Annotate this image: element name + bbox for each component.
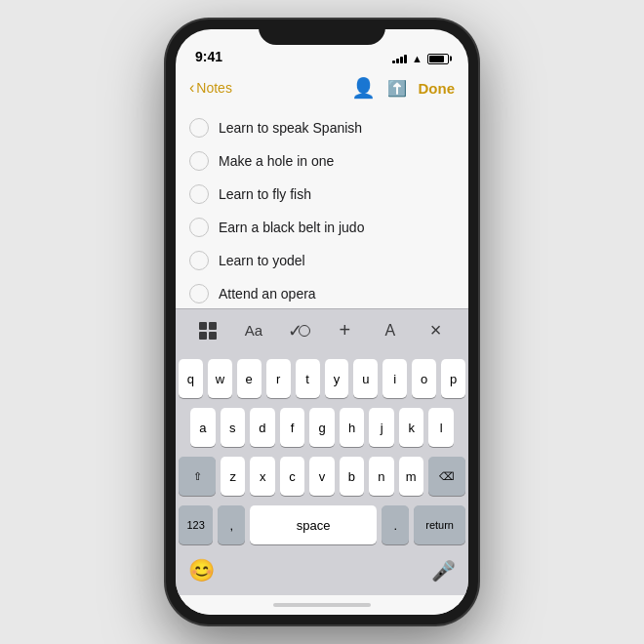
key-x[interactable]: x	[250, 457, 274, 496]
checklist-content: Learn to speak Spanish Make a hole in on…	[176, 107, 468, 308]
key-d[interactable]: d	[250, 408, 275, 447]
keyboard-row-3: ⇧ z x c v b n m ⌫	[179, 457, 465, 496]
key-y[interactable]: y	[325, 359, 349, 398]
keyboard-row-4: 123 , space . return	[179, 505, 465, 544]
screen: 9:41 ▲ ‹ Notes 👤	[176, 29, 468, 615]
home-bar	[273, 603, 371, 607]
item-text: Earn a black belt in judo	[219, 219, 364, 236]
status-icons: ▲	[392, 53, 449, 64]
add-button[interactable]: +	[329, 315, 360, 346]
share-icon[interactable]: ⬆️	[387, 79, 407, 98]
key-b[interactable]: b	[340, 457, 364, 496]
list-item[interactable]: Learn to speak Spanish	[176, 111, 468, 144]
list-item[interactable]: Learn to fly fish	[176, 178, 468, 211]
numbers-label: 123	[186, 519, 204, 531]
done-button[interactable]: Done	[419, 80, 456, 97]
checkbox[interactable]	[189, 118, 209, 138]
key-m[interactable]: m	[399, 457, 423, 496]
grid-button[interactable]	[192, 315, 223, 346]
formatting-toolbar: Aa ✓ + A ×	[176, 308, 468, 351]
status-time: 9:41	[195, 49, 222, 64]
key-u[interactable]: u	[353, 359, 378, 398]
back-chevron-icon: ‹	[189, 79, 194, 97]
shift-key[interactable]: ⇧	[179, 457, 216, 496]
checkbox[interactable]	[189, 151, 209, 171]
mic-button[interactable]: 🎤	[431, 559, 456, 583]
grid-icon	[199, 322, 217, 340]
checkbox[interactable]	[189, 284, 209, 303]
item-text: Learn to speak Spanish	[219, 119, 362, 137]
signal-icon	[392, 55, 407, 63]
key-q[interactable]: q	[179, 359, 203, 398]
list-item[interactable]: Earn a black belt in judo	[176, 211, 468, 244]
back-button[interactable]: ‹ Notes	[189, 80, 232, 97]
checklist-button[interactable]: ✓	[284, 315, 315, 346]
key-o[interactable]: o	[412, 359, 436, 398]
markup-button[interactable]: A	[375, 315, 406, 346]
period-key[interactable]: .	[382, 505, 409, 544]
key-k[interactable]: k	[399, 408, 424, 447]
list-item[interactable]: Make a hole in one	[176, 144, 468, 178]
item-text: Learn to yodel	[219, 252, 305, 269]
key-v[interactable]: v	[309, 457, 334, 496]
close-icon: ×	[430, 319, 442, 342]
plus-icon: +	[339, 319, 350, 342]
return-label: return	[425, 519, 454, 531]
return-key[interactable]: return	[414, 505, 465, 544]
key-h[interactable]: h	[340, 408, 365, 447]
key-i[interactable]: i	[382, 359, 407, 398]
space-key[interactable]: space	[250, 505, 377, 544]
notch	[259, 20, 385, 45]
key-j[interactable]: j	[369, 408, 394, 447]
item-text: Learn to fly fish	[219, 185, 311, 203]
checkbox[interactable]	[189, 218, 209, 237]
item-text: Attend an opera	[219, 285, 316, 302]
keyboard-row-1: q w e r t y u i o p	[179, 359, 465, 398]
key-w[interactable]: w	[208, 359, 232, 398]
markup-icon: A	[385, 322, 396, 340]
key-g[interactable]: g	[309, 408, 335, 447]
battery-icon	[427, 54, 449, 64]
delete-key[interactable]: ⌫	[428, 457, 465, 496]
checkbox[interactable]	[189, 251, 209, 270]
emoji-button[interactable]: 😊	[188, 558, 215, 584]
nav-bar: ‹ Notes 👤 ⬆️ Done	[176, 68, 468, 107]
wifi-icon: ▲	[412, 53, 423, 64]
numbers-key[interactable]: 123	[179, 505, 213, 544]
person-badge-icon[interactable]: 👤	[351, 76, 376, 100]
home-indicator	[176, 595, 468, 615]
phone-frame: 9:41 ▲ ‹ Notes 👤	[166, 20, 478, 624]
keyboard-bottom: 😊 🎤	[179, 554, 465, 591]
item-text: Make a hole in one	[219, 152, 334, 170]
font-icon: Aa	[245, 322, 262, 339]
key-z[interactable]: z	[221, 457, 245, 496]
comma-key[interactable]: ,	[218, 505, 245, 544]
key-n[interactable]: n	[369, 457, 393, 496]
key-p[interactable]: p	[441, 359, 465, 398]
key-e[interactable]: e	[237, 359, 262, 398]
list-item[interactable]: Learn to yodel	[176, 244, 468, 277]
keyboard: q w e r t y u i o p a s d f g h j k	[176, 351, 468, 595]
space-label: space	[297, 518, 331, 533]
list-item[interactable]: Attend an opera	[176, 277, 468, 308]
key-s[interactable]: s	[221, 408, 246, 447]
key-c[interactable]: c	[280, 457, 304, 496]
key-f[interactable]: f	[280, 408, 305, 447]
close-button[interactable]: ×	[421, 315, 452, 346]
keyboard-row-2: a s d f g h j k l	[179, 408, 465, 447]
checkbox[interactable]	[189, 184, 209, 204]
back-label: Notes	[196, 80, 232, 96]
nav-actions: 👤 ⬆️ Done	[351, 76, 456, 100]
key-l[interactable]: l	[428, 408, 454, 447]
font-button[interactable]: Aa	[238, 315, 269, 346]
key-a[interactable]: a	[190, 408, 216, 447]
key-t[interactable]: t	[296, 359, 320, 398]
key-r[interactable]: r	[266, 359, 291, 398]
